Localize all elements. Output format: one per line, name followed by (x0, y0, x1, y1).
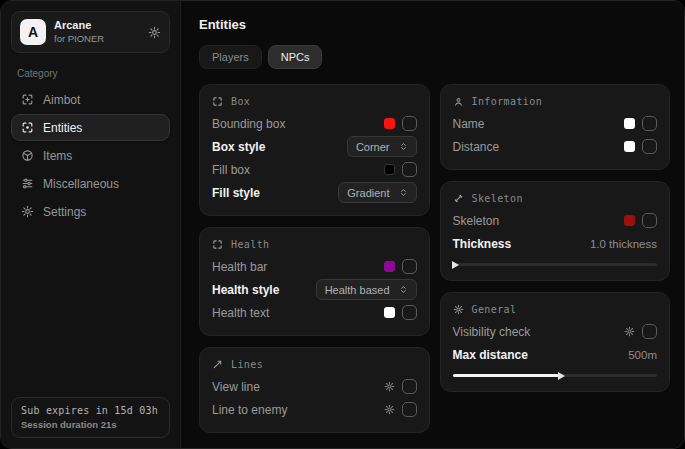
setting-row: Thickness 1.0 thickness (453, 232, 658, 255)
setting-label: Thickness (453, 237, 512, 251)
fill-box-checkbox[interactable] (402, 162, 417, 177)
category-label: Category (17, 68, 164, 79)
crosshair-scan-icon (21, 93, 34, 106)
chevron-expand-icon (399, 285, 408, 294)
slider-handle[interactable] (452, 261, 459, 269)
gear-icon (453, 304, 464, 315)
health-style-dropdown[interactable]: Health based (316, 279, 417, 300)
right-column: Information Name Distance (440, 84, 671, 392)
setting-row: Line to enemy (212, 398, 417, 421)
gear-icon[interactable] (384, 381, 395, 392)
package-sphere-icon (21, 149, 34, 162)
slider-fill (453, 374, 559, 377)
setting-row: Health text (212, 301, 417, 324)
app-subtitle: for PIONER (54, 33, 140, 45)
entity-type-tabs: Players NPCs (199, 45, 670, 69)
subscription-info-card: Sub expires in 15d 03h Session duration … (11, 397, 170, 438)
app-logo: A (20, 19, 46, 45)
setting-label: Health text (212, 306, 269, 320)
settings-columns: Box Bounding box Box style Corner (199, 84, 670, 433)
color-swatch[interactable] (624, 215, 635, 226)
app-window: A Arcane for PIONER Category Aimbot (0, 0, 685, 449)
setting-row: Skeleton (453, 209, 658, 232)
distance-checkbox[interactable] (642, 139, 657, 154)
line-to-enemy-checkbox[interactable] (402, 402, 417, 417)
color-swatch[interactable] (384, 261, 395, 272)
slider-track (453, 263, 658, 266)
setting-row: Name (453, 112, 658, 135)
diagonal-line-icon (212, 359, 223, 370)
sidebar-item-settings[interactable]: Settings (11, 198, 170, 225)
sub-expiry-text: Sub expires in 15d 03h (21, 405, 160, 416)
sidebar-item-label: Entities (43, 121, 82, 135)
setting-label: Skeleton (453, 214, 500, 228)
setting-row: Distance (453, 135, 658, 158)
max-distance-value: 500m (628, 349, 657, 361)
setting-row: Max distance 500m (453, 343, 658, 366)
tab-npcs[interactable]: NPCs (268, 45, 323, 69)
setting-label: Box style (212, 140, 265, 154)
setting-label: Distance (453, 140, 500, 154)
setting-row: View line (212, 375, 417, 398)
entities-scan-icon (21, 121, 34, 134)
skeleton-checkbox[interactable] (642, 213, 657, 228)
card-title: Health (231, 239, 270, 250)
dropdown-value: Corner (356, 141, 390, 153)
sidebar-item-label: Settings (43, 205, 86, 219)
setting-label: Fill style (212, 186, 260, 200)
main-content: Entities Players NPCs Box (181, 1, 684, 448)
name-checkbox[interactable] (642, 116, 657, 131)
page-title: Entities (199, 17, 670, 32)
sidebar-item-aimbot[interactable]: Aimbot (11, 86, 170, 113)
corner-brackets-icon (212, 239, 223, 250)
gear-icon[interactable] (148, 26, 161, 39)
view-line-checkbox[interactable] (402, 379, 417, 394)
health-bar-checkbox[interactable] (402, 259, 417, 274)
slider-handle[interactable] (558, 372, 565, 380)
gear-icon[interactable] (624, 326, 635, 337)
skeleton-card-header: Skeleton (453, 193, 658, 204)
max-distance-slider[interactable] (453, 371, 658, 380)
left-column: Box Bounding box Box style Corner (199, 84, 430, 433)
setting-row: Visibility check (453, 320, 658, 343)
sidebar: A Arcane for PIONER Category Aimbot (1, 1, 181, 448)
lines-card: Lines View line (199, 347, 430, 433)
setting-label: Line to enemy (212, 403, 287, 417)
tab-players[interactable]: Players (199, 45, 262, 69)
gear-icon (21, 205, 34, 218)
box-card-header: Box (212, 96, 417, 107)
card-title: Lines (231, 359, 263, 370)
skeleton-card: Skeleton Skeleton Thickness 1.0 thicknes… (440, 181, 671, 281)
sidebar-item-items[interactable]: Items (11, 142, 170, 169)
color-swatch[interactable] (624, 141, 635, 152)
box-card: Box Bounding box Box style Corner (199, 84, 430, 216)
card-title: Skeleton (472, 193, 523, 204)
information-card-header: Information (453, 96, 658, 107)
lines-card-header: Lines (212, 359, 417, 370)
fill-style-dropdown[interactable]: Gradient (338, 182, 416, 203)
color-swatch[interactable] (624, 118, 635, 129)
gear-icon[interactable] (384, 404, 395, 415)
setting-row: Box style Corner (212, 135, 417, 158)
sidebar-item-miscellaneous[interactable]: Miscellaneous (11, 170, 170, 197)
setting-row: Health style Health based (212, 278, 417, 301)
color-swatch[interactable] (384, 118, 395, 129)
dropdown-value: Health based (325, 284, 390, 296)
visibility-check-checkbox[interactable] (642, 324, 657, 339)
sidebar-item-label: Items (43, 149, 72, 163)
sidebar-item-entities[interactable]: Entities (11, 114, 170, 141)
health-card: Health Health bar Health style Health ba… (199, 227, 430, 336)
card-title: Information (472, 96, 543, 107)
health-text-checkbox[interactable] (402, 305, 417, 320)
color-swatch[interactable] (384, 164, 395, 175)
setting-row: Bounding box (212, 112, 417, 135)
bounding-box-checkbox[interactable] (402, 116, 417, 131)
color-swatch[interactable] (384, 307, 395, 318)
thickness-slider[interactable] (453, 260, 658, 269)
chevron-expand-icon (399, 142, 408, 151)
card-title: Box (231, 96, 250, 107)
thickness-value: 1.0 thickness (590, 238, 657, 250)
person-scan-icon (453, 96, 464, 107)
box-style-dropdown[interactable]: Corner (347, 136, 417, 157)
card-title: General (472, 304, 517, 315)
